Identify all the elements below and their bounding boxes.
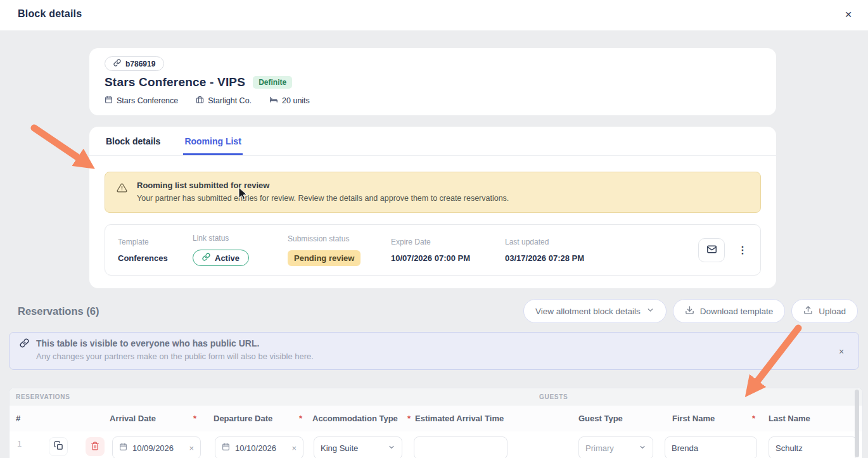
col-first-name: First Name bbox=[672, 414, 715, 423]
tab-rooming-list[interactable]: Rooming List bbox=[183, 127, 242, 155]
alert-title: Rooming list submitted for review bbox=[137, 181, 509, 190]
row-number: 1 bbox=[17, 439, 22, 448]
block-meta-units: 20 units bbox=[269, 95, 310, 106]
expire-label: Expire Date bbox=[391, 238, 505, 246]
expire-value: 10/07/2026 07:00 PM bbox=[391, 253, 505, 263]
block-event-name: Stars Conference bbox=[117, 96, 178, 105]
table-row: 1 10/09/2026 × bbox=[10, 431, 862, 458]
template-label: Template bbox=[118, 238, 193, 246]
arrival-date-field[interactable]: 10/09/2026 × bbox=[112, 436, 201, 458]
guest-type-value: Primary bbox=[585, 443, 614, 453]
block-summary-card: b786919 Stars Conference - VIPS Definite… bbox=[89, 48, 776, 115]
download-icon bbox=[685, 305, 694, 317]
close-modal-button[interactable]: × bbox=[839, 5, 858, 24]
download-template-button[interactable]: Download template bbox=[673, 299, 786, 323]
first-name-input[interactable] bbox=[665, 436, 757, 458]
upload-button[interactable]: Upload bbox=[791, 299, 858, 323]
rooming-card: Block details Rooming List Rooming list … bbox=[89, 127, 776, 288]
envelope-icon bbox=[706, 244, 717, 257]
departure-date-value: 10/10/2026 bbox=[235, 443, 276, 453]
block-id-chip[interactable]: b786919 bbox=[105, 56, 164, 71]
col-arrival-date: Arrival Date bbox=[110, 414, 156, 423]
view-allotment-details-label: View allotment block details bbox=[535, 307, 641, 316]
arrival-date-value: 10/09/2026 bbox=[132, 443, 174, 453]
accommodation-type-select[interactable]: King Suite bbox=[314, 436, 402, 458]
delete-row-button[interactable] bbox=[86, 437, 105, 456]
chevron-down-icon bbox=[646, 306, 654, 316]
block-meta-event: Stars Conference bbox=[105, 96, 178, 106]
block-company-name: Starlight Co. bbox=[208, 96, 252, 105]
copy-icon bbox=[54, 441, 63, 452]
upload-icon bbox=[803, 305, 813, 317]
status-badge: Definite bbox=[253, 76, 292, 89]
field-submission-status: Submission status Pending review bbox=[288, 234, 391, 266]
chevron-down-icon bbox=[639, 443, 646, 453]
calendar-icon bbox=[119, 443, 127, 453]
required-marker: * bbox=[299, 414, 302, 423]
clear-arrival-icon[interactable]: × bbox=[189, 443, 194, 453]
reservations-heading: Reservations (6) bbox=[18, 305, 99, 317]
estimated-arrival-value[interactable] bbox=[421, 443, 501, 453]
bed-icon bbox=[269, 95, 278, 106]
review-alert: Rooming list submitted for review Your p… bbox=[105, 172, 761, 213]
required-marker: * bbox=[193, 414, 196, 423]
link-status-pill: Active bbox=[193, 250, 249, 266]
chevron-down-icon bbox=[388, 443, 395, 453]
modal-body: b786919 Stars Conference - VIPS Definite… bbox=[89, 48, 776, 288]
field-last-updated: Last updated 03/17/2026 07:28 PM bbox=[505, 238, 584, 263]
block-units: 20 units bbox=[282, 96, 310, 105]
reservations-table: RESERVATIONS GUESTS # Arrival Date * Dep… bbox=[9, 388, 863, 458]
guest-type-select[interactable]: Primary bbox=[578, 436, 653, 458]
col-departure-date: Departure Date bbox=[214, 414, 272, 423]
block-meta-company: Starlight Co. bbox=[196, 96, 252, 106]
annotation-arrow-alert bbox=[34, 128, 81, 160]
calendar-icon bbox=[222, 443, 230, 453]
clear-departure-icon[interactable]: × bbox=[291, 443, 297, 453]
download-template-label: Download template bbox=[700, 307, 774, 316]
alert-message: Your partner has submitted entries for r… bbox=[137, 194, 509, 203]
submission-status-pill: Pending review bbox=[288, 250, 361, 266]
link-status-value: Active bbox=[215, 253, 239, 263]
table-scrollbar[interactable] bbox=[855, 390, 859, 457]
estimated-arrival-input[interactable] bbox=[414, 436, 507, 458]
last-name-value[interactable] bbox=[775, 443, 850, 453]
field-link-status: Link status Active bbox=[193, 234, 288, 266]
col-num: # bbox=[16, 414, 20, 423]
view-allotment-details-button[interactable]: View allotment block details bbox=[523, 299, 667, 323]
departure-date-field[interactable]: 10/10/2026 × bbox=[215, 436, 303, 458]
banner-title: This table is visible to everyone who ha… bbox=[36, 338, 314, 348]
send-email-button[interactable] bbox=[698, 238, 725, 262]
banner-close-button[interactable]: × bbox=[833, 343, 850, 360]
col-estimated-arrival: Estimated Arrival Time bbox=[415, 414, 504, 423]
link-status-label: Link status bbox=[193, 234, 288, 243]
updated-value: 03/17/2026 07:28 PM bbox=[505, 253, 584, 263]
first-name-value[interactable] bbox=[672, 443, 750, 453]
briefcase-icon bbox=[196, 96, 204, 106]
required-marker: * bbox=[407, 414, 411, 423]
group-reservations: RESERVATIONS bbox=[16, 388, 70, 405]
link-icon bbox=[113, 59, 121, 68]
template-value: Conferences bbox=[118, 253, 193, 263]
upload-label: Upload bbox=[819, 307, 846, 316]
last-name-input[interactable] bbox=[769, 436, 857, 458]
modal-header: Block details × bbox=[0, 0, 868, 30]
block-id-text: b786919 bbox=[125, 60, 155, 68]
tab-bar: Block details Rooming List bbox=[89, 127, 776, 156]
link-icon bbox=[202, 253, 210, 263]
reservations-section-header: Reservations (6) View allotment block de… bbox=[18, 299, 858, 323]
link-status-card: Template Conferences Link status Active … bbox=[105, 224, 761, 276]
updated-label: Last updated bbox=[505, 238, 584, 246]
col-last-name: Last Name bbox=[769, 414, 810, 423]
table-header-row: # Arrival Date * Departure Date * Accomm… bbox=[10, 405, 862, 431]
group-guests: GUESTS bbox=[539, 388, 568, 405]
col-guest-type: Guest Type bbox=[578, 414, 623, 423]
col-accommodation-type: Accommodation Type bbox=[312, 414, 398, 423]
copy-row-button[interactable] bbox=[49, 437, 68, 456]
accommodation-type-value: King Suite bbox=[321, 443, 358, 453]
trash-icon bbox=[91, 442, 99, 452]
more-actions-button[interactable]: ⋮ bbox=[737, 245, 748, 255]
tab-block-details[interactable]: Block details bbox=[105, 127, 162, 155]
table-group-row: RESERVATIONS GUESTS bbox=[10, 388, 862, 405]
field-expire-date: Expire Date 10/07/2026 07:00 PM bbox=[391, 238, 505, 263]
submission-label: Submission status bbox=[288, 234, 391, 243]
